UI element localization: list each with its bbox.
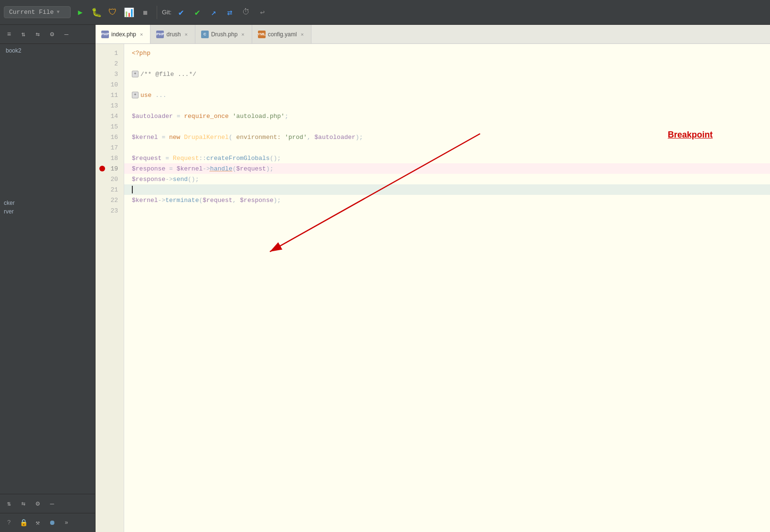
tab-label-index-php: index.php [111,31,136,38]
code-line-14: $autoloader = require_once 'autoload.php… [124,111,770,121]
line-num-1: 1 [96,48,124,58]
code-line-1: <?php [124,48,770,58]
editor-area: PHP index.php × PHP drush × C Drush.php … [96,25,770,532]
git-update-button[interactable]: ✔ [174,6,188,19]
code-token-kernel-var: $kernel [132,134,158,141]
git-revert-button[interactable]: ↩ [256,6,269,19]
coverage-button[interactable]: 🛡 [106,6,119,19]
line-numbers: 1 2 3 10 11 13 14 15 16 17 18 19 20 21 2… [96,44,124,532]
code-token-equals-18: = [161,155,172,162]
tab-icon-index-php: PHP [101,31,109,38]
breakpoint-dot [99,166,105,171]
sidebar-icon-settings[interactable]: ⚙ [46,28,58,41]
current-file-dropdown[interactable]: Current File ▼ [4,6,71,18]
profile-button[interactable]: 📊 [122,6,136,19]
sidebar-icon-sort-desc[interactable]: ⇆ [32,28,44,41]
tab-index-php[interactable]: PHP index.php × [96,25,150,43]
code-token-paren-22: ( [199,197,203,204]
line-num-14: 14 [96,111,124,121]
code-token-terminate: terminate [165,197,199,204]
code-line-19: $response = $kernel -> handle ( $request… [124,163,770,174]
sidebar-extra-toolbar: ? 🔒 ⚒ ⏺ » [0,513,95,532]
code-token-arrow-19: -> [203,165,210,172]
sidebar-icon-list[interactable]: ≡ [3,28,15,41]
code-token-arrow-20: -> [165,176,173,183]
sidebar-bottom-icon-minimize[interactable]: — [46,498,58,510]
tab-close-drush-php[interactable]: × [240,31,246,38]
line-num-10: 10 [96,79,124,90]
tab-close-index-php[interactable]: × [139,31,144,38]
code-token-dots-11: ... [151,92,166,99]
sidebar-icon-sort-asc[interactable]: ⇅ [17,28,30,41]
sidebar-extra-record[interactable]: ⏺ [46,517,58,529]
sidebar-item-rver[interactable]: rver [0,207,95,216]
tab-config-yaml[interactable]: YML config.yaml × [252,25,311,43]
code-token-comma-22: , [233,197,240,204]
dropdown-chevron-icon: ▼ [57,10,60,15]
code-token-dcolon: :: [199,155,206,162]
line-num-18: 18 [96,153,124,163]
git-history-button[interactable]: ⏱ [239,6,253,19]
code-token-response-param-22: $response [240,197,273,204]
code-token-environment-param: environment: [236,134,281,141]
code-token-prod-string: 'prod' [281,134,307,141]
tab-close-config-yaml[interactable]: × [299,31,305,38]
sidebar-content: book2 cker rver [0,44,95,494]
tab-drush[interactable]: PHP drush × [150,25,195,43]
debug-button[interactable]: 🐛 [90,6,103,19]
git-commit-button[interactable]: ✔ [191,6,204,19]
tab-close-drush[interactable]: × [183,31,189,38]
sidebar-extra-lock[interactable]: 🔒 [17,517,30,529]
main-toolbar: Current File ▼ ▶ 🐛 🛡 📊 ◼ Git: ✔ ✔ ↗ ⇄ ⏱ … [0,0,770,25]
sidebar-bottom-icon-settings[interactable]: ⚙ [32,498,44,510]
git-merge-button[interactable]: ⇄ [223,6,236,19]
sidebar-item-label: book2 [6,47,21,54]
code-token-arrow-22: -> [158,197,166,204]
line-num-22: 22 [96,195,124,205]
editor-row: ≡ ⇅ ⇆ ⚙ — book2 cker rver ⇅ ⇆ ⚙ — ? � [0,25,770,532]
sidebar: ≡ ⇅ ⇆ ⚙ — book2 cker rver ⇅ ⇆ ⚙ — ? � [0,25,96,532]
code-token-request-param-19: $request [236,165,266,172]
fold-btn-3[interactable]: + [132,71,139,77]
sidebar-icon-minimize[interactable]: — [60,28,73,41]
code-token-handle: handle [210,165,233,172]
code-token-send: send [173,176,188,183]
tab-icon-drush: PHP [156,31,164,38]
code-token-response-var: $response [132,165,165,172]
sidebar-bottom-icon-filter[interactable]: ⇆ [17,498,30,510]
code-line-23 [124,205,770,216]
code-line-17 [124,142,770,153]
tab-icon-drush-php: C [201,31,209,38]
code-token-new: new [169,134,184,141]
code-editor[interactable]: 1 2 3 10 11 13 14 15 16 17 18 19 20 21 2… [96,44,770,532]
sidebar-item-cker[interactable]: cker [0,199,95,207]
line-num-17: 17 [96,142,124,153]
line-num-19: 19 [96,163,124,174]
line-num-20: 20 [96,174,124,184]
tab-drush-php[interactable]: C Drush.php × [195,25,252,43]
run-button[interactable]: ▶ [74,6,87,19]
sidebar-extra-more[interactable]: » [60,517,73,529]
sidebar-item-book2[interactable]: book2 [0,46,95,55]
code-token-response-send: $response [132,176,165,183]
stop-button[interactable]: ◼ [139,6,152,19]
code-line-20: $response -> send (); [124,174,770,184]
fold-btn-11[interactable]: + [132,92,139,98]
tab-label-config-yaml: config.yaml [268,31,297,38]
line-num-3: 3 [96,69,124,79]
line-num-16: 16 [96,132,124,142]
code-content[interactable]: <?php +/** @file ...*/ +use ... [124,44,770,532]
sidebar-bottom-icon-sort[interactable]: ⇅ [3,498,15,510]
code-token-autoload-string: 'autoload.php' [229,113,285,120]
code-token-equals-16: = [158,134,169,141]
line-num-2: 2 [96,58,124,69]
code-line-11: +use ... [124,90,770,100]
code-token-paren-open-16: ( [229,134,236,141]
sidebar-extra-build[interactable]: ⚒ [32,517,44,529]
git-push-button[interactable]: ↗ [207,6,220,19]
code-token-php-open: <?php [132,50,150,57]
sidebar-extra-help[interactable]: ? [3,517,15,529]
code-token-comment-3: /** @file ...*/ [140,71,196,78]
code-token-semi-14: ; [285,113,289,120]
code-token-paren-close-16: ); [355,134,363,141]
